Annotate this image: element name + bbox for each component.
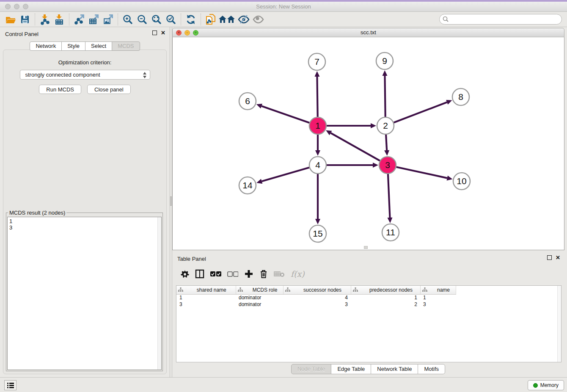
select-all-button[interactable] [210,269,221,279]
column-header-shared-name[interactable]: shared name [176,286,236,294]
node-table: shared nameMCDS rolesuccessor nodesprede… [176,285,561,362]
add-row-button[interactable] [244,269,253,279]
table-cell[interactable]: 3 [176,301,236,308]
main-toolbar [0,12,567,27]
tab-select[interactable]: Select [85,41,112,51]
network-minimize-button[interactable]: − [184,30,190,36]
import-table-button[interactable] [52,13,66,26]
float-panel-icon[interactable] [152,30,157,35]
save-session-button[interactable] [18,13,32,26]
graph-edge-2-9[interactable] [385,76,385,117]
column-header-successor-nodes[interactable]: successor nodes [283,286,351,294]
memory-status-icon [533,383,538,388]
selected-criterion: strongly connected component [25,72,100,78]
graph-edge-1-6[interactable] [261,106,309,123]
column-header-name[interactable]: name [420,286,456,294]
splitter-grip-icon[interactable] [170,196,172,206]
hide-panel-button[interactable] [237,13,251,26]
graph-edge-3-1[interactable] [330,133,380,161]
table-scrollbar[interactable] [557,286,561,362]
search-input[interactable] [439,14,562,25]
network-maximize-button[interactable]: + [193,30,198,36]
header-filler [456,286,462,294]
main-titlebar[interactable]: Session: New Session [0,2,567,12]
run-mcds-button[interactable]: Run MCDS [39,85,81,94]
minimize-window-button[interactable] [14,4,19,9]
graph-arrowhead [382,70,387,76]
close-panel-icon[interactable]: ✕ [161,30,165,35]
tab-network-table[interactable]: Network Table [371,364,418,374]
zoom-in-button[interactable] [121,13,135,26]
graph-edge-2-3[interactable] [386,135,387,150]
open-session-button[interactable] [3,13,18,26]
canvas-scroll-handle[interactable] [364,246,368,249]
zoom-out-button[interactable] [135,13,149,26]
column-header-MCDS-role[interactable]: MCDS role [236,286,283,294]
table-row[interactable]: 1dominator411 [176,294,462,301]
result-scrollbar[interactable] [157,217,161,370]
graph-node-label: 8 [458,92,463,102]
deselect-all-button[interactable] [227,269,238,279]
table-cell[interactable]: 1 [420,294,456,301]
graph-edge-2-8[interactable] [394,102,447,122]
graph-edge-3-10[interactable] [396,167,447,178]
node-table-grid[interactable]: shared nameMCDS rolesuccessor nodesprede… [176,286,462,308]
table-cell[interactable]: 4 [283,294,351,301]
table-settings-button[interactable] [181,269,189,279]
close-window-button[interactable] [5,4,11,9]
export-table-button[interactable] [86,13,101,26]
tab-style[interactable]: Style [61,41,85,51]
import-network-button[interactable] [38,13,52,26]
zoom-window-button[interactable] [23,4,28,9]
eye-slash-icon [238,14,250,25]
graph-edge-3-11[interactable] [388,174,390,218]
home-button[interactable] [218,13,237,26]
network-close-button[interactable]: ✕ [176,30,182,36]
table-cell[interactable]: 2 [351,301,420,308]
export-image-button[interactable] [101,13,115,26]
apply-layout-button[interactable] [184,13,198,26]
tab-network[interactable]: Network [30,41,62,51]
delete-row-button[interactable] [259,269,268,279]
tab-mcds[interactable]: MCDS [112,41,140,51]
optimization-criterion-label: Optimization criterion: [3,59,166,66]
float-table-panel-icon[interactable] [547,255,552,260]
table-cell[interactable]: 3 [283,301,351,308]
open-folder-icon [5,14,16,25]
memory-label: Memory [540,382,559,388]
column-layout-button[interactable] [195,269,204,279]
table-cell[interactable]: 1 [176,294,236,301]
graph-arrowhead [387,218,392,223]
network-window-titlebar[interactable]: ✕ − + scc.txt [172,28,564,37]
close-panel-button[interactable]: Close panel [87,85,131,94]
gear-icon [181,270,189,278]
export-network-button[interactable] [72,13,86,26]
optimization-criterion-select[interactable]: strongly connected component [20,70,150,80]
checked-boxes-icon [210,271,221,277]
tab-motifs[interactable]: Motifs [418,364,445,374]
graph-arrowhead [373,163,378,168]
plus-icon [244,269,253,279]
column-header-predecessor-nodes[interactable]: predecessor nodes [351,286,420,294]
zoom-fit-button[interactable] [149,13,164,26]
table-cell[interactable]: dominator [236,294,283,301]
show-panel-button[interactable] [251,13,265,26]
graph-edge-4-14[interactable] [262,168,309,181]
network-canvas[interactable]: 1234678910111415 [172,37,564,250]
task-history-button[interactable] [4,380,17,390]
mcds-result-text[interactable]: 1 3 [8,217,161,232]
table-cell[interactable]: 1 [351,294,420,301]
zoom-selected-button[interactable] [164,13,178,26]
tab-node-table[interactable]: Node Table [291,364,332,374]
graph-arrowhead [256,104,262,108]
memory-button[interactable]: Memory [528,380,564,390]
graph-edge-1-7[interactable] [317,77,317,117]
table-cell[interactable]: 3 [420,301,456,308]
table-cell[interactable]: dominator [236,301,283,308]
close-table-panel-icon[interactable]: ✕ [556,255,560,260]
network-graph[interactable]: 1234678910111415 [173,37,564,249]
table-row[interactable]: 3dominator323 [176,301,462,308]
duplicate-network-button[interactable] [204,13,218,26]
select-stepper-icon [143,72,147,78]
tab-edge-table[interactable]: Edge Table [331,364,371,374]
